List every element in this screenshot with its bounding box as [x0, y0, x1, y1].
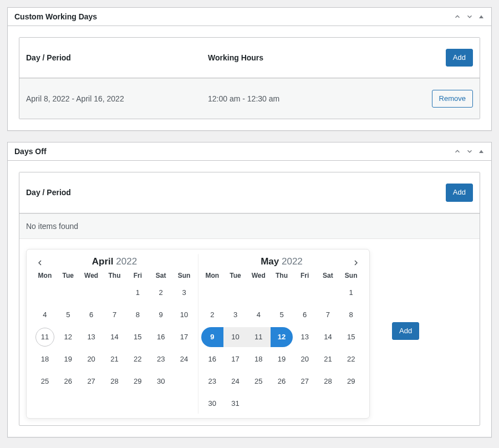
- weekday-label: Sat: [149, 272, 172, 279]
- calendar-day[interactable]: 26: [270, 371, 293, 391]
- calendar-day[interactable]: 11: [247, 327, 270, 347]
- weekday-label: Thu: [270, 272, 293, 279]
- weekday-label: Thu: [103, 272, 126, 279]
- calendar-day-empty: [270, 283, 293, 303]
- weekday-label: Mon: [33, 272, 57, 279]
- move-up-icon[interactable]: [454, 147, 461, 155]
- calendar-day[interactable]: 29: [339, 371, 363, 391]
- calendar-day[interactable]: 18: [33, 349, 57, 369]
- calendar-day[interactable]: 3: [172, 283, 196, 303]
- calendar-day[interactable]: 27: [80, 371, 103, 391]
- weekday-label: Tue: [57, 272, 80, 279]
- calendar-day[interactable]: 2: [201, 305, 224, 325]
- calendar-day[interactable]: 8: [126, 305, 149, 325]
- calendar-day[interactable]: 3: [224, 305, 247, 325]
- calendar-day[interactable]: 15: [126, 327, 149, 347]
- calendar-day[interactable]: 25: [247, 371, 270, 391]
- calendar-day[interactable]: 20: [293, 349, 317, 369]
- calendar-day[interactable]: 4: [33, 305, 57, 325]
- calendar-day[interactable]: 12: [57, 327, 80, 347]
- next-month-icon[interactable]: [350, 257, 361, 268]
- calendar-day[interactable]: 22: [339, 349, 363, 369]
- calendar-day[interactable]: 15: [339, 327, 363, 347]
- calendar-day[interactable]: 21: [317, 349, 340, 369]
- prev-month-icon[interactable]: [34, 257, 45, 268]
- calendar-day[interactable]: 19: [57, 349, 80, 369]
- calendar-day[interactable]: 7: [103, 305, 126, 325]
- calendar-day[interactable]: 27: [293, 371, 317, 391]
- days-off-panel: Days Off Day / Period Add: [7, 142, 492, 437]
- weekday-label: Mon: [201, 272, 224, 279]
- calendar-day[interactable]: 10: [224, 327, 247, 347]
- calendar-month-label: April 2022: [33, 254, 196, 269]
- weekday-label: Fri: [126, 272, 149, 279]
- calendar-day[interactable]: 1: [126, 283, 149, 303]
- calendar-day[interactable]: 28: [317, 371, 340, 391]
- calendar-day[interactable]: 12: [270, 327, 293, 347]
- calendar-day[interactable]: 23: [149, 349, 172, 369]
- calendar-day[interactable]: 13: [293, 327, 317, 347]
- calendar-day[interactable]: 14: [317, 327, 340, 347]
- collapse-icon[interactable]: [478, 13, 485, 20]
- calendar-day[interactable]: 4: [247, 305, 270, 325]
- remove-button[interactable]: Remove: [432, 90, 473, 108]
- panel-body: Day / Period Working Hours Add April 8, …: [8, 26, 491, 130]
- calendar-month: May 2022MonTueWedThuFriSatSun12345678910…: [198, 254, 365, 414]
- calendar-day[interactable]: 8: [339, 305, 363, 325]
- calendar-day-empty: [57, 283, 80, 303]
- calendar-day[interactable]: 30: [149, 371, 172, 391]
- move-down-icon[interactable]: [466, 13, 473, 21]
- add-range-button[interactable]: Add: [392, 322, 419, 340]
- calendar-day[interactable]: 24: [224, 371, 247, 391]
- calendar-month: April 2022MonTueWedThuFriSatSun123456789…: [31, 254, 198, 414]
- move-up-icon[interactable]: [454, 13, 461, 21]
- calendar-day[interactable]: 13: [80, 327, 103, 347]
- calendar-day[interactable]: 17: [224, 349, 247, 369]
- col-header-day: Day / Period: [26, 53, 208, 62]
- calendar-day[interactable]: 6: [293, 305, 317, 325]
- calendar-day[interactable]: 16: [201, 349, 224, 369]
- calendar-day-empty: [247, 394, 270, 414]
- calendar-day[interactable]: 24: [172, 349, 196, 369]
- calendar-day[interactable]: 31: [224, 394, 247, 414]
- calendar-day[interactable]: 9: [149, 305, 172, 325]
- calendar-day[interactable]: 18: [247, 349, 270, 369]
- panel-header: Days Off: [8, 142, 491, 161]
- calendar-month-label: May 2022: [201, 254, 363, 269]
- calendar-day[interactable]: 23: [201, 371, 224, 391]
- calendar-day[interactable]: 5: [57, 305, 80, 325]
- calendar-day[interactable]: 2: [149, 283, 172, 303]
- calendar-day[interactable]: 9: [201, 327, 224, 347]
- calendar-day[interactable]: 6: [80, 305, 103, 325]
- calendar-day[interactable]: 5: [270, 305, 293, 325]
- calendar-day[interactable]: 29: [126, 371, 149, 391]
- move-down-icon[interactable]: [466, 147, 473, 155]
- calendar-day[interactable]: 22: [126, 349, 149, 369]
- calendar-day[interactable]: 19: [270, 349, 293, 369]
- calendar-day[interactable]: 30: [201, 394, 224, 414]
- panel-header: Custom Working Days: [8, 8, 491, 26]
- table-header: Day / Period Add: [19, 172, 480, 213]
- calendar-day-empty: [103, 283, 126, 303]
- calendar-day[interactable]: 20: [80, 349, 103, 369]
- working-days-table: Day / Period Working Hours Add April 8, …: [19, 37, 480, 119]
- calendar-day[interactable]: 11: [33, 327, 57, 347]
- days-off-table: Day / Period Add No items found A: [19, 172, 480, 425]
- calendar-day[interactable]: 25: [33, 371, 57, 391]
- table-row: April 8, 2022 - April 16, 2022 12:00 am …: [19, 78, 480, 119]
- calendar-day[interactable]: 16: [149, 327, 172, 347]
- calendar-day[interactable]: 14: [103, 327, 126, 347]
- collapse-icon[interactable]: [478, 148, 485, 155]
- calendar-day[interactable]: 10: [172, 305, 196, 325]
- calendar-day[interactable]: 21: [103, 349, 126, 369]
- calendar-day[interactable]: 28: [103, 371, 126, 391]
- calendar-day[interactable]: 7: [317, 305, 340, 325]
- calendar-day-empty: [247, 283, 270, 303]
- add-working-day-button[interactable]: Add: [446, 49, 473, 67]
- calendar-day[interactable]: 1: [339, 283, 363, 303]
- cell-day: April 8, 2022 - April 16, 2022: [26, 94, 208, 103]
- custom-working-days-panel: Custom Working Days Day / Period Working…: [7, 7, 492, 131]
- calendar-day[interactable]: 26: [57, 371, 80, 391]
- add-day-off-button[interactable]: Add: [446, 184, 473, 201]
- calendar-day[interactable]: 17: [172, 327, 196, 347]
